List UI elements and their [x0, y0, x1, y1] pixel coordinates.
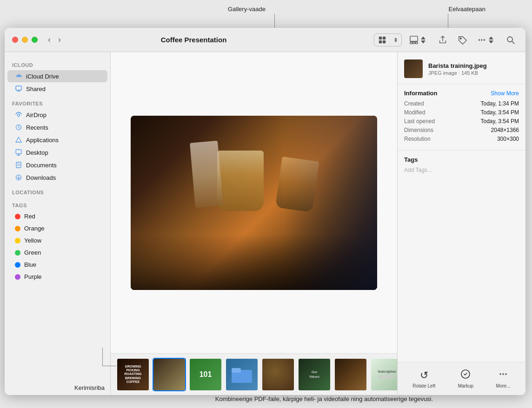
sidebar-section-icloud: iCloud	[5, 57, 110, 70]
sidebar-item-airdrop[interactable]: AirDrop	[7, 109, 107, 121]
preview-section-header: Information Show More	[404, 90, 519, 97]
more-options-button[interactable]	[474, 33, 499, 46]
tag-button[interactable]	[455, 33, 470, 46]
toolbar-right	[374, 33, 518, 46]
sidebar-item-desktop[interactable]: Desktop	[7, 146, 107, 158]
blue-tag-dot	[15, 262, 20, 268]
markup-icon	[460, 369, 471, 382]
modified-value: Today, 3:54 PM	[481, 109, 519, 116]
more-actions-button[interactable]: More...	[492, 367, 514, 390]
svg-rect-6	[410, 36, 418, 41]
sidebar-section-favorites: Favorites	[5, 95, 110, 108]
svg-point-18	[507, 37, 512, 42]
sidebar-item-shared[interactable]: Shared	[7, 83, 107, 95]
sidebar: iCloud iCloud Drive Shared	[5, 52, 111, 395]
documents-label: Documents	[26, 162, 57, 169]
sidebar-item-icloud-drive[interactable]: iCloud Drive	[7, 70, 107, 82]
shared-icon	[15, 85, 22, 92]
thumb-5	[262, 359, 294, 390]
thumb-6: OurValues	[299, 359, 330, 390]
svg-marker-5	[394, 40, 397, 42]
icon-view-button[interactable]	[374, 34, 390, 46]
more-actions-label: More...	[496, 383, 511, 388]
add-tags-placeholder[interactable]: Add Tags...	[404, 167, 519, 173]
svg-point-12	[460, 38, 461, 39]
view-toggle	[374, 33, 402, 46]
filmstrip-item-4[interactable]	[225, 358, 259, 391]
last-opened-label: Last opened	[404, 118, 435, 125]
icloud-drive-label: iCloud Drive	[26, 73, 59, 80]
resolution-label: Resolution	[404, 136, 431, 142]
svg-rect-0	[379, 36, 382, 39]
dimensions-value: 2048×1366	[491, 127, 519, 133]
gallery-vaade-annotation: Gallery-vaade	[228, 6, 266, 13]
sidebar-item-tag-purple[interactable]: Purple	[7, 271, 107, 283]
thumb-8: Subcription	[371, 359, 397, 390]
chevron-up-down-button[interactable]	[390, 35, 401, 45]
recents-label: Recents	[26, 124, 48, 131]
green-tag-label: Green	[24, 249, 41, 256]
svg-line-19	[512, 41, 514, 43]
sidebar-item-downloads[interactable]: Downloads	[7, 171, 107, 184]
filmstrip: GROWINGPICKINGROASTINGBREWINGCOFFEE 101	[111, 353, 397, 395]
svg-marker-17	[489, 40, 493, 43]
sidebar-item-tag-red[interactable]: Red	[7, 211, 107, 222]
last-opened-value: Today, 3:54 PM	[481, 118, 519, 125]
finder-window: ‹ › Coffee Presentation	[5, 28, 525, 395]
tags-section: Tags Add Tags...	[398, 151, 525, 179]
svg-point-29	[499, 373, 501, 375]
sidebar-item-tag-green[interactable]: Green	[7, 247, 107, 258]
preview-row-dimensions: Dimensions 2048×1366	[404, 127, 519, 133]
blue-tag-label: Blue	[24, 261, 36, 268]
barista-image	[131, 116, 377, 290]
filmstrip-item-5[interactable]	[261, 358, 295, 391]
filmstrip-item-1[interactable]: GROWINGPICKINGROASTINGBREWINGCOFFEE	[116, 358, 150, 391]
main-image[interactable]	[131, 116, 377, 290]
markup-button[interactable]: Markup	[454, 367, 477, 390]
documents-icon	[15, 161, 22, 169]
info-section-title: Information	[404, 90, 438, 97]
downloads-label: Downloads	[26, 174, 56, 181]
svg-point-14	[481, 39, 482, 40]
filmstrip-item-7[interactable]	[334, 358, 367, 391]
sidebar-item-tag-yellow[interactable]: Yellow	[7, 235, 107, 246]
svg-point-15	[484, 39, 485, 40]
dimensions-label: Dimensions	[404, 127, 433, 133]
preview-thumbnail	[404, 59, 423, 78]
applications-icon	[15, 136, 22, 144]
svg-rect-1	[383, 36, 386, 39]
share-button[interactable]	[435, 33, 450, 46]
filmstrip-item-8[interactable]: Subcription	[370, 358, 397, 391]
modified-label: Modified	[404, 109, 425, 116]
svg-marker-16	[489, 36, 493, 39]
sidebar-item-recents[interactable]: Recents	[7, 121, 107, 133]
gallery-view-button[interactable]	[406, 33, 431, 46]
sidebar-item-tag-blue[interactable]: Blue	[7, 259, 107, 270]
rotate-left-button[interactable]: ↺ Rotate Left	[409, 368, 439, 390]
purple-tag-label: Purple	[24, 273, 42, 280]
sidebar-item-applications[interactable]: Applications	[7, 134, 107, 146]
svg-rect-2	[379, 40, 382, 43]
search-button[interactable]	[503, 33, 518, 46]
tags-section-title: Tags	[404, 156, 519, 163]
airdrop-icon	[15, 111, 22, 118]
sidebar-item-documents[interactable]: Documents	[7, 159, 107, 171]
thumb-3: 101	[190, 359, 221, 390]
sidebar-item-tag-orange[interactable]: Orange	[7, 223, 107, 234]
downloads-icon	[15, 174, 22, 181]
preview-info-section: Information Show More Created Today, 1:3…	[398, 84, 525, 151]
preview-thumb-image	[404, 59, 423, 78]
red-tag-dot	[15, 214, 20, 219]
filmstrip-item-2[interactable]	[153, 358, 186, 391]
svg-point-31	[505, 373, 507, 375]
yellow-tag-dot	[15, 238, 20, 243]
filmstrip-item-6[interactable]: OurValues	[298, 358, 331, 391]
purple-tag-dot	[15, 274, 20, 280]
show-more-link[interactable]: Show More	[491, 90, 519, 97]
preview-pane: Barista training.jpeg JPEG image · 145 K…	[397, 52, 525, 395]
svg-rect-27	[232, 368, 241, 373]
desktop-label: Desktop	[26, 149, 48, 156]
preview-actions: ↺ Rotate Left Markup	[398, 362, 525, 395]
filmstrip-item-3[interactable]: 101	[189, 358, 222, 391]
markup-label: Markup	[458, 383, 473, 388]
